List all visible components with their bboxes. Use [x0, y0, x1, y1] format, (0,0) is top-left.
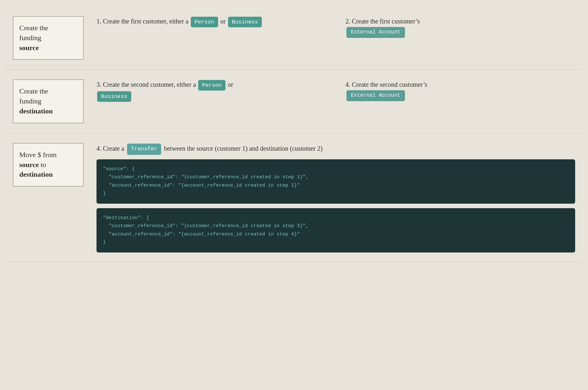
- dest-line2: "customer_reference_id": "{customer_refe…: [103, 223, 308, 229]
- dest-line4: }: [103, 240, 106, 245]
- funding-destination-label: Create the funding destination: [13, 79, 84, 123]
- step-3-or: or: [228, 81, 233, 88]
- dest-line1: "destination": {: [103, 215, 149, 221]
- source-code-block: "source": { "customer_reference_id": "{c…: [96, 159, 575, 204]
- step-1-prefix: 1. Create the first customer, either a: [96, 18, 188, 25]
- label-bold: source: [19, 44, 39, 52]
- funding-source-section: Create the funding source 1. Create the …: [6, 6, 582, 70]
- external-account-badge-2: External Account: [346, 90, 405, 101]
- move-label-bold1: source: [19, 161, 39, 169]
- label-bold-dest: destination: [19, 107, 53, 115]
- step-4-text: 4. Create the second customer’s External…: [345, 79, 575, 102]
- step-1-middle: or: [220, 18, 226, 25]
- step-3-prefix: 3. Create the second customer, either a: [96, 81, 196, 88]
- business-badge-2: Business: [97, 91, 131, 102]
- label-line1-dest: Create the: [19, 87, 48, 95]
- steps-container-dest: 3. Create the second customer, either a …: [96, 79, 575, 105]
- destination-code-block: "destination": { "customer_reference_id"…: [96, 208, 575, 253]
- label-line2-dest: funding: [19, 97, 41, 105]
- move-label-line1: Move $ from: [19, 151, 57, 159]
- external-account-badge-1: External Account: [346, 27, 405, 38]
- funding-destination-section: Create the funding destination 3. Create…: [6, 70, 582, 133]
- move-label-to: to: [41, 161, 46, 169]
- step-4: 4. Create the second customer’s External…: [345, 79, 575, 105]
- source-line4: }: [103, 191, 106, 196]
- label-line2: funding: [19, 34, 41, 42]
- step-3: 3. Create the second customer, either a …: [96, 79, 326, 105]
- label-line1: Create the: [19, 24, 48, 32]
- source-line3: "account_reference_id": "{account_refere…: [103, 183, 300, 188]
- person-badge-1: Person: [191, 17, 218, 27]
- move-step-suffix: between the source (customer 1) and dest…: [164, 145, 323, 152]
- move-step-title: 4. Create a Transfer between the source …: [96, 143, 575, 155]
- step-2-prefix: 2. Create the first customer’s: [345, 18, 420, 25]
- step-4-prefix: 4. Create the second customer’s: [345, 81, 427, 88]
- step-3-text: 3. Create the second customer, either a …: [96, 79, 326, 102]
- step-2-text: 2. Create the first customer’s External …: [345, 16, 575, 39]
- dest-line3: "account_reference_id": "{account_refere…: [103, 232, 300, 237]
- source-line1: "source": {: [103, 166, 135, 172]
- step-1-text: 1. Create the first customer, either a P…: [96, 16, 326, 27]
- move-label-bold2: destination: [19, 170, 53, 178]
- funding-source-label: Create the funding source: [13, 16, 84, 60]
- move-step-prefix: 4. Create a: [96, 145, 124, 152]
- move-step-content: 4. Create a Transfer between the source …: [96, 143, 575, 253]
- steps-container-source: 1. Create the first customer, either a P…: [96, 16, 575, 42]
- business-badge-1: Business: [228, 17, 262, 27]
- transfer-badge: Transfer: [127, 144, 161, 155]
- person-badge-2: Person: [198, 80, 225, 91]
- source-line2: "customer_reference_id": "{customer_refe…: [103, 174, 308, 180]
- move-funds-label: Move $ from source to destination: [13, 143, 84, 187]
- step-1: 1. Create the first customer, either a P…: [96, 16, 326, 31]
- step-2: 2. Create the first customer’s External …: [345, 16, 575, 42]
- move-funds-section: Move $ from source to destination 4. Cre…: [6, 133, 582, 262]
